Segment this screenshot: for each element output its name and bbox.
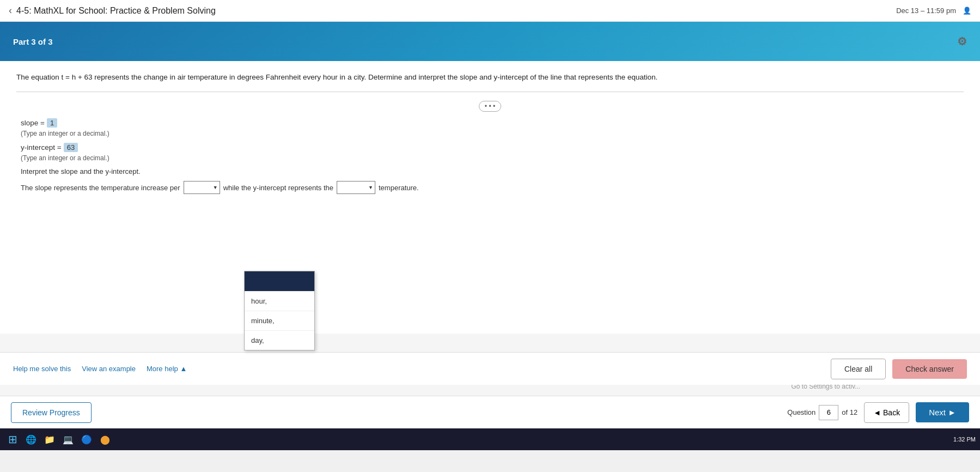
dropdown-selected-item[interactable]	[245, 271, 314, 291]
taskbar-right: 1:32 PM	[953, 436, 976, 443]
answer-section: slope = 1 (Type an integer or a decimal.…	[21, 118, 964, 194]
taskbar-computer-icon[interactable]: 💻	[60, 431, 76, 447]
dropdown-item-day[interactable]: day,	[245, 330, 314, 350]
next-button[interactable]: Next ►	[916, 402, 969, 422]
clear-all-button[interactable]: Clear all	[831, 359, 886, 379]
yintercept-hint: (Type an integer or a decimal.)	[21, 154, 964, 162]
taskbar-time: 1:32 PM	[953, 436, 976, 443]
dropdown-open-popup[interactable]: hour, minute, day,	[244, 271, 315, 350]
of-label: of 12	[842, 408, 857, 416]
yintercept-value: 63	[64, 143, 78, 152]
settings-icon[interactable]: ⚙	[957, 35, 967, 48]
more-help-link[interactable]: More help ▲	[147, 365, 187, 373]
help-links: Help me solve this View an example More …	[13, 365, 187, 373]
dropdown1-wrapper[interactable]: hour, minute, day,	[184, 181, 220, 194]
top-bar: ‹ 4-5: MathXL for School: Practice & Pro…	[0, 0, 980, 22]
navigation-right: Question of 12 ◄ Back Next ►	[787, 402, 969, 423]
slope-hint: (Type an integer or a decimal.)	[21, 130, 964, 137]
slope-label: slope =	[21, 119, 45, 127]
dropdown2-wrapper[interactable]: initial final average	[337, 181, 375, 194]
slope-row: slope = 1	[21, 118, 964, 128]
part-header: Part 3 of 3 ⚙	[0, 22, 980, 61]
slope-sentence: The slope represents the temperature inc…	[21, 181, 964, 194]
user-icon[interactable]: 👤	[963, 7, 971, 15]
dropdown-item-minute[interactable]: minute,	[245, 311, 314, 330]
taskbar-folder-icon[interactable]: 📁	[41, 431, 58, 447]
dropdown1-select[interactable]: hour, minute, day,	[184, 181, 220, 194]
review-progress-button[interactable]: Review Progress	[11, 402, 92, 423]
question-nav-label: Question	[787, 408, 815, 416]
taskbar-left: ⊞ 🌐 📁 💻 🔵 ⬤	[4, 431, 113, 447]
back-button[interactable]: ◄ Back	[864, 402, 909, 423]
check-answer-button[interactable]: Check answer	[892, 359, 967, 379]
page-title: 4-5: MathXL for School: Practice & Probl…	[16, 6, 216, 16]
due-date: Dec 13 – 11:59 pm	[896, 7, 956, 15]
sentence-before: The slope represents the temperature inc…	[21, 184, 180, 192]
bottom-right-buttons: Clear all Check answer	[831, 359, 967, 379]
taskbar-blue-icon[interactable]: 🔵	[78, 431, 95, 447]
taskbar-browser-icon[interactable]: 🌐	[23, 431, 39, 447]
question-text: The equation t = h + 63 represents the c…	[16, 72, 964, 83]
yintercept-label: y-intercept =	[21, 143, 62, 152]
slope-value: 1	[47, 118, 57, 128]
yintercept-row: y-intercept = 63	[21, 143, 964, 152]
taskbar: ⊞ 🌐 📁 💻 🔵 ⬤ 1:32 PM	[0, 428, 980, 450]
sentence-end: temperature.	[379, 184, 419, 192]
interpret-label: Interpret the slope and the y-intercept.	[21, 167, 964, 176]
footer-nav: Review Progress Question of 12 ◄ Back Ne…	[0, 396, 980, 428]
taskbar-chrome-icon[interactable]: ⬤	[97, 431, 113, 447]
action-bar: Help me solve this View an example More …	[0, 352, 980, 385]
dropdown-item-hour[interactable]: hour,	[245, 291, 314, 311]
help-me-solve-link[interactable]: Help me solve this	[13, 365, 71, 373]
ellipsis-button[interactable]: • • •	[479, 101, 501, 112]
sentence-middle: while the y-intercept represents the	[223, 184, 333, 192]
dropdown2-select[interactable]: initial final average	[337, 181, 375, 194]
question-number-input[interactable]	[819, 405, 838, 420]
view-example-link[interactable]: View an example	[82, 365, 136, 373]
back-arrow-icon[interactable]: ‹	[9, 5, 12, 16]
part-label: Part 3 of 3	[13, 37, 53, 46]
windows-start-icon[interactable]: ⊞	[4, 431, 21, 447]
content-area: The equation t = h + 63 represents the c…	[0, 61, 980, 334]
question-nav: Question of 12	[787, 405, 857, 420]
